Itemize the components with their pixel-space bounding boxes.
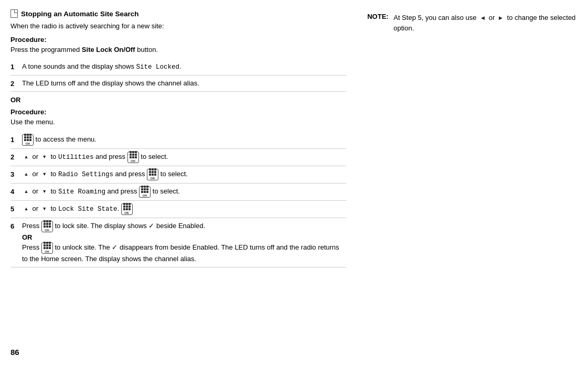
- arrow-up-icon: [22, 170, 30, 179]
- step-item: 5 or to Lock Site State. OK: [10, 201, 346, 218]
- ok-button-icon: OK: [41, 221, 53, 232]
- arrow-right-icon: [497, 14, 505, 23]
- arrow-up-icon: [22, 153, 30, 162]
- ok-button-icon: OK: [139, 186, 151, 198]
- or-divider: OR: [10, 96, 346, 104]
- arrow-down-icon: [40, 170, 49, 179]
- procedure1-steps: 1 A tone sounds and the display shows Si…: [10, 59, 346, 92]
- note-label: NOTE:: [367, 13, 389, 33]
- note-content: At Step 5, you can also use or to change…: [393, 13, 578, 33]
- arrow-up-icon: [22, 205, 30, 213]
- procedure2-desc: Use the menu.: [10, 117, 346, 127]
- arrow-up-icon: [22, 188, 30, 196]
- step-item: 6 Press OK to lock site. The display sho…: [10, 218, 346, 267]
- document-icon: [10, 9, 18, 18]
- step-item: 2 or to Utilities and press OK to: [10, 149, 346, 166]
- note-box: NOTE: At Step 5, you can also use or to …: [367, 13, 578, 33]
- step-item: 1 A tone sounds and the display shows Si…: [10, 59, 346, 76]
- arrow-left-icon: [478, 14, 487, 23]
- left-column: Stopping an Automatic Site Search When t…: [10, 9, 362, 357]
- procedure2-steps: 1 OK to access the menu. 2: [10, 132, 346, 267]
- arrow-down-icon: [40, 205, 49, 213]
- step-item: 3 or to Radio Settings and press OK: [10, 166, 346, 184]
- ok-button-icon: OK: [121, 203, 133, 215]
- intro-text: When the radio is actively searching for…: [10, 21, 346, 31]
- step-item: 2 The LED turns off and the display show…: [10, 76, 346, 92]
- ok-button-icon: OK: [147, 169, 158, 180]
- step-item: 4 or to Site Roaming and press OK: [10, 184, 346, 201]
- procedure2-label: Procedure:: [10, 108, 346, 116]
- right-column: NOTE: At Step 5, you can also use or to …: [362, 9, 578, 357]
- arrow-down-icon: [40, 188, 49, 196]
- ok-button-icon: OK: [22, 134, 34, 146]
- step-item: 1 OK to access the menu.: [10, 132, 346, 149]
- ok-button-icon: OK: [127, 152, 139, 163]
- arrow-down-icon: [40, 153, 49, 162]
- procedure1-desc: Press the programmed Site Lock On/Off bu…: [10, 45, 346, 55]
- page-number: 86: [10, 348, 19, 357]
- procedure1-label: Procedure:: [10, 36, 346, 44]
- section-title: Stopping an Automatic Site Search: [10, 9, 346, 18]
- ok-button-icon: OK: [41, 242, 53, 254]
